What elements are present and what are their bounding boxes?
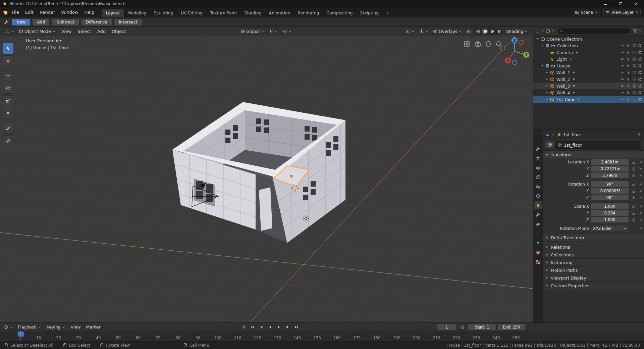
editor-type-selector[interactable] bbox=[3, 28, 16, 35]
viewport-disable-button[interactable] bbox=[632, 77, 636, 81]
render-disable-button[interactable] bbox=[638, 57, 642, 61]
frame-start-field[interactable]: Start: 1 bbox=[468, 324, 496, 330]
play-button[interactable] bbox=[275, 324, 282, 330]
unlink-view-layer-icon[interactable] bbox=[635, 11, 639, 14]
play-reverse-button[interactable] bbox=[266, 324, 274, 330]
viewport-canvas[interactable]: User Perspective (1) House | 1st_floor bbox=[0, 36, 533, 322]
viewport-disable-button[interactable] bbox=[632, 44, 636, 48]
transform-orientation-dropdown[interactable]: Global bbox=[238, 28, 266, 35]
field-value[interactable]: 5.796m bbox=[591, 172, 629, 178]
viewport-disable-button[interactable] bbox=[632, 84, 636, 88]
selectability-button[interactable] bbox=[626, 97, 630, 101]
gizmos-dropdown[interactable] bbox=[417, 28, 430, 35]
selectability-button[interactable] bbox=[626, 44, 630, 48]
outliner-row-camera[interactable]: Camera bbox=[533, 49, 644, 56]
lock-button[interactable] bbox=[631, 173, 637, 178]
outliner-row-collection[interactable]: Collection bbox=[533, 42, 644, 49]
menu-file[interactable]: File bbox=[9, 9, 22, 16]
lock-button[interactable] bbox=[631, 167, 637, 171]
tool-measure-button[interactable] bbox=[3, 135, 13, 146]
properties-tab-texture[interactable] bbox=[534, 258, 542, 266]
properties-tab-world[interactable] bbox=[534, 192, 542, 200]
xray-toggle[interactable] bbox=[465, 28, 473, 35]
filter-icon[interactable] bbox=[633, 29, 637, 33]
outliner-row-1st-floor[interactable]: 1st_floor bbox=[533, 96, 644, 103]
workspace-tab-sculpting[interactable]: Sculpting bbox=[150, 9, 177, 17]
axis-negative-x-ball[interactable] bbox=[519, 40, 524, 45]
hide-button[interactable] bbox=[620, 84, 624, 88]
tool-transform-button[interactable] bbox=[3, 108, 13, 118]
tool-select-box-button[interactable] bbox=[3, 43, 13, 54]
hide-button[interactable] bbox=[620, 57, 624, 61]
properties-tab-constraints[interactable] bbox=[534, 230, 542, 238]
workspace-tab-uv-editing[interactable]: UV Editing bbox=[177, 9, 206, 17]
properties-tab-data[interactable] bbox=[534, 239, 542, 247]
render-disable-button[interactable] bbox=[638, 84, 642, 88]
tool-cursor-button[interactable] bbox=[3, 55, 13, 66]
timeline-menu-playback[interactable]: Playback bbox=[15, 324, 44, 330]
timeline-ruler[interactable]: 1 10203040506070809010011012013014015016… bbox=[0, 331, 644, 341]
workspace-tab-texture-paint[interactable]: Texture Paint bbox=[206, 9, 241, 17]
solid-shading-button[interactable] bbox=[482, 29, 488, 35]
unlink-scene-icon[interactable] bbox=[595, 11, 598, 14]
workspace-tab-rendering[interactable]: Rendering bbox=[294, 9, 323, 17]
lock-button[interactable] bbox=[631, 182, 637, 186]
selectability-button[interactable] bbox=[626, 70, 630, 74]
outliner-row-light[interactable]: Light bbox=[533, 56, 644, 62]
render-disable-button[interactable] bbox=[638, 64, 642, 68]
axis-negative-z-ball[interactable] bbox=[513, 60, 517, 65]
workspace-tab-compositing[interactable]: Compositing bbox=[323, 9, 356, 17]
field-value[interactable]: 90° bbox=[591, 195, 629, 200]
field-value[interactable]: 2.4081m bbox=[591, 159, 629, 165]
workspace-tab-animation[interactable]: Animation bbox=[265, 9, 294, 17]
tool-rotate-button[interactable] bbox=[3, 83, 13, 94]
properties-editor-icon[interactable] bbox=[545, 133, 550, 137]
field-value[interactable]: 1.000 bbox=[591, 217, 629, 222]
intersect-button[interactable]: Intersect bbox=[114, 19, 142, 26]
workspace-tab-shading[interactable]: Shading bbox=[241, 9, 265, 17]
outliner-row-house[interactable]: House bbox=[533, 62, 644, 69]
properties-tab-modifiers[interactable] bbox=[534, 211, 542, 219]
viewport-disable-button[interactable] bbox=[632, 57, 636, 61]
menu-help[interactable]: Help bbox=[82, 9, 98, 16]
display-mode-icon[interactable] bbox=[546, 29, 550, 33]
outliner-row-wall-1[interactable]: Wall_1 bbox=[533, 69, 644, 76]
snapping-toggle[interactable] bbox=[267, 28, 280, 35]
properties-tab-object[interactable] bbox=[534, 201, 542, 209]
viewport-menu-object[interactable]: Object bbox=[109, 28, 129, 35]
hide-button[interactable] bbox=[620, 70, 624, 74]
field-value[interactable]: -0.72321m bbox=[591, 166, 629, 171]
pan-hand-icon[interactable] bbox=[486, 41, 490, 46]
workspace-tab-modeling[interactable]: Modeling bbox=[124, 9, 150, 17]
animate-decorator[interactable] bbox=[639, 167, 643, 170]
view-axis-gizmo[interactable]: Z X Y bbox=[501, 37, 530, 65]
render-disable-button[interactable] bbox=[638, 70, 642, 74]
properties-tab-view-layer[interactable] bbox=[534, 173, 542, 181]
lock-button[interactable] bbox=[631, 160, 637, 164]
blender-logo[interactable] bbox=[3, 10, 8, 15]
previous-keyframe-button[interactable] bbox=[258, 324, 265, 330]
hide-button[interactable] bbox=[620, 64, 624, 68]
next-keyframe-button[interactable] bbox=[284, 324, 291, 330]
animate-decorator[interactable] bbox=[639, 218, 643, 221]
properties-tab-tool[interactable] bbox=[534, 145, 542, 153]
browse-object-button[interactable] bbox=[545, 141, 554, 148]
hide-button[interactable] bbox=[620, 91, 624, 95]
menu-edit[interactable]: Edit bbox=[22, 9, 37, 16]
outliner-row-wall-3[interactable]: Wall_3 bbox=[533, 83, 644, 89]
hide-button[interactable] bbox=[620, 77, 624, 81]
maximize-button[interactable] bbox=[613, 0, 629, 7]
section-instancing[interactable]: Instancing bbox=[543, 258, 644, 266]
subtract-button[interactable]: Subtract bbox=[52, 19, 78, 26]
selectability-button[interactable] bbox=[626, 91, 630, 95]
properties-tab-material[interactable] bbox=[534, 248, 542, 256]
menu-render[interactable]: Render bbox=[37, 9, 58, 16]
scene-selector[interactable]: Scene bbox=[573, 9, 600, 16]
lock-button[interactable] bbox=[631, 211, 637, 215]
render-disable-button[interactable] bbox=[638, 77, 642, 81]
section-motion-paths[interactable]: Motion Paths bbox=[543, 266, 644, 274]
filter-options-icon[interactable] bbox=[639, 29, 642, 33]
viewport-menu-view[interactable]: View bbox=[58, 28, 75, 35]
section-custom-properties[interactable]: Custom Properties bbox=[543, 282, 644, 289]
current-frame-field[interactable]: 1 bbox=[437, 324, 456, 330]
